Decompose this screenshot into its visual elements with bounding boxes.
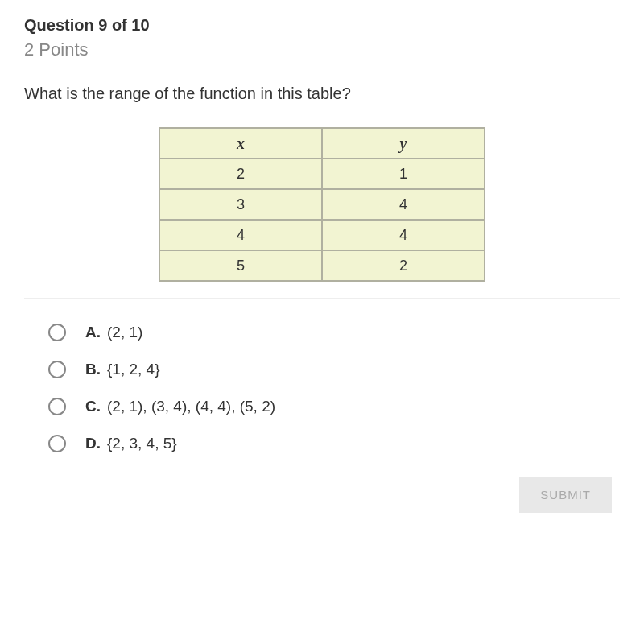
- points-label: 2 Points: [24, 39, 620, 60]
- cell-y: 2: [323, 251, 484, 280]
- table-row: 2 1: [160, 159, 484, 188]
- cell-y: 4: [323, 221, 484, 250]
- col-header-x: x: [160, 129, 321, 158]
- radio-icon: [48, 361, 66, 378]
- question-text: What is the range of the function in thi…: [24, 85, 620, 103]
- col-header-y: y: [323, 129, 484, 158]
- question-number: Question 9 of 10: [24, 16, 620, 35]
- option-text: {1, 2, 4}: [107, 361, 160, 378]
- radio-icon: [48, 435, 66, 452]
- option-text: (2, 1): [107, 324, 142, 341]
- option-text: {2, 3, 4, 5}: [107, 435, 177, 452]
- table-row: 5 2: [160, 251, 484, 280]
- table-row: 3 4: [160, 190, 484, 219]
- submit-button[interactable]: SUBMIT: [519, 477, 612, 513]
- table-header-row: x y: [160, 129, 484, 158]
- data-table: x y 2 1 3 4 4 4 5 2: [159, 127, 485, 282]
- option-key: A.: [85, 324, 101, 341]
- cell-x: 5: [160, 251, 321, 280]
- cell-y: 1: [323, 159, 484, 188]
- cell-x: 4: [160, 221, 321, 250]
- submit-row: SUBMIT: [24, 477, 620, 513]
- option-c[interactable]: C. (2, 1), (3, 4), (4, 4), (5, 2): [48, 398, 620, 415]
- option-text: (2, 1), (3, 4), (4, 4), (5, 2): [107, 398, 275, 415]
- data-table-wrap: x y 2 1 3 4 4 4 5 2: [24, 127, 620, 282]
- radio-icon: [48, 324, 66, 341]
- answer-options: A. (2, 1) B. {1, 2, 4} C. (2, 1), (3, 4)…: [24, 324, 620, 452]
- cell-x: 2: [160, 159, 321, 188]
- table-row: 4 4: [160, 221, 484, 250]
- option-a[interactable]: A. (2, 1): [48, 324, 620, 341]
- cell-y: 4: [323, 190, 484, 219]
- divider: [24, 298, 620, 299]
- option-b[interactable]: B. {1, 2, 4}: [48, 361, 620, 378]
- option-d[interactable]: D. {2, 3, 4, 5}: [48, 435, 620, 452]
- option-key: D.: [85, 435, 101, 452]
- option-key: B.: [85, 361, 101, 378]
- cell-x: 3: [160, 190, 321, 219]
- radio-icon: [48, 398, 66, 415]
- option-key: C.: [85, 398, 101, 415]
